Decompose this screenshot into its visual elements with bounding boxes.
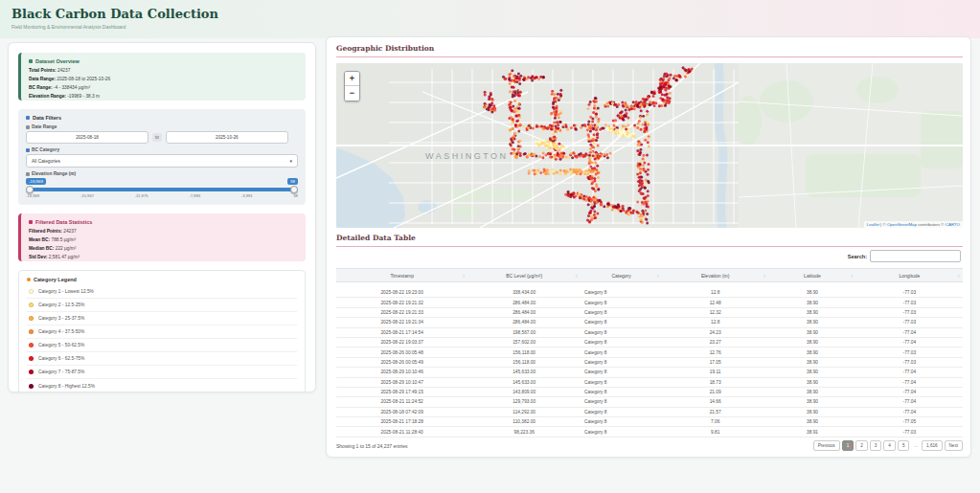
- data-point: [576, 172, 579, 175]
- data-point: [512, 141, 514, 144]
- data-point: [659, 78, 662, 81]
- column-header-1[interactable]: BC Level (µg/m³)↕: [467, 269, 581, 282]
- search-input[interactable]: [870, 250, 961, 262]
- sort-icon: ↕: [851, 273, 854, 279]
- zoom-in-button[interactable]: +: [345, 72, 359, 86]
- column-header-label: Timestamp: [390, 273, 414, 279]
- table-cell: 38.90: [768, 387, 856, 396]
- data-point: [585, 195, 588, 198]
- zoom-out-button[interactable]: −: [345, 86, 359, 101]
- pagination-page-4[interactable]: 4: [883, 440, 896, 451]
- column-header-5[interactable]: Longitude↕: [856, 269, 963, 282]
- data-point: [593, 213, 596, 216]
- stat-value: 24237: [62, 229, 77, 234]
- pagination-next[interactable]: Next: [945, 440, 963, 451]
- pagination-previous[interactable]: Previous: [813, 440, 840, 451]
- data-point: [518, 77, 521, 79]
- table-cell: 12.48: [662, 298, 768, 307]
- pagination-page-1,616[interactable]: 1,616: [922, 440, 943, 451]
- stat-value: 24237: [57, 68, 71, 73]
- legend-color-dot: [29, 384, 34, 389]
- data-point: [687, 71, 690, 74]
- legend-item-label: Category 8 - Highest 12.5%: [38, 384, 95, 389]
- table-cell: 38.90: [768, 368, 856, 377]
- slider-handle-max[interactable]: [290, 186, 298, 193]
- stats-fields: Filtered Points: 24237Mean BC: 788.5 µg/…: [29, 228, 298, 261]
- data-point: [527, 126, 530, 129]
- data-point: [552, 101, 555, 103]
- pagination-page-2[interactable]: 2: [855, 440, 868, 451]
- table-cell: 2025-08-29 10:10:47: [336, 377, 467, 387]
- data-point: [606, 129, 609, 132]
- carto-link[interactable]: CARTO: [946, 222, 960, 227]
- data-point: [630, 212, 633, 214]
- data-point: [646, 126, 649, 129]
- slider-handle-min[interactable]: [26, 186, 34, 193]
- table-cell: -77.03: [856, 288, 963, 298]
- attribution-sep: | ©: [879, 222, 887, 227]
- category-select[interactable]: All Categories ▾: [26, 154, 298, 168]
- table-cell: 2025-08-29 17:49:15: [336, 387, 467, 396]
- table-cell: 18.73: [662, 377, 768, 387]
- table-cell: 98,223.36: [467, 427, 581, 437]
- data-point: [560, 145, 563, 147]
- osm-link[interactable]: OpenStreetMap: [887, 222, 917, 227]
- data-point: [593, 211, 596, 213]
- data-point: [541, 156, 544, 159]
- pagination: Previous12345…1,616Next: [813, 440, 963, 451]
- data-point: [648, 146, 650, 148]
- sidebar: Dataset Overview Total Points: 24237Data…: [8, 42, 316, 392]
- table-cell: 286,484.00: [467, 318, 581, 327]
- data-point: [562, 152, 565, 155]
- pagination-page-3[interactable]: 3: [870, 440, 882, 451]
- table-cell: 14.66: [662, 397, 768, 407]
- stat-label: Std Dev:: [29, 255, 47, 259]
- data-point: [634, 125, 637, 128]
- slider-track[interactable]: [28, 188, 296, 191]
- data-point: [665, 73, 668, 76]
- column-header-4[interactable]: Latitude↕: [768, 269, 856, 282]
- data-point: [557, 123, 559, 126]
- data-point: [666, 96, 669, 99]
- data-point: [615, 206, 618, 209]
- data-point: [640, 213, 643, 216]
- stat-line: BC Range: -4 - 338434 µg/m³: [29, 84, 298, 93]
- data-point: [552, 106, 555, 109]
- data-point: [588, 220, 591, 223]
- data-point: [559, 93, 562, 96]
- pagination-page-1[interactable]: 1: [842, 440, 855, 451]
- data-point: [484, 102, 487, 105]
- data-point: [664, 88, 667, 91]
- leaflet-link[interactable]: Leaflet: [867, 222, 879, 227]
- slider-tick-label: 38: [293, 193, 298, 198]
- table-cell: -77.03: [856, 307, 963, 317]
- legend-item: Category 6 - 62.5-75%: [27, 352, 297, 366]
- main-content: Geographic Distribution + −: [326, 36, 971, 458]
- date-separator: to: [152, 133, 162, 142]
- data-point: [555, 113, 558, 116]
- legend-item-label: Category 2 - 12.5-25%: [38, 303, 84, 307]
- data-point: [659, 91, 662, 94]
- data-point: [627, 213, 630, 216]
- data-point: [637, 166, 640, 168]
- table-cell: -77.04: [856, 377, 963, 387]
- pagination-page-5[interactable]: 5: [898, 440, 910, 451]
- data-point: [587, 138, 590, 141]
- search-label: Search:: [848, 254, 867, 259]
- data-point: [596, 165, 599, 168]
- column-header-0[interactable]: Timestamp↕: [336, 269, 467, 282]
- start-date-input[interactable]: [26, 131, 148, 144]
- dataset-overview-title: Dataset Overview: [29, 58, 298, 64]
- date-range-label-row: Date Range: [26, 124, 298, 129]
- data-point: [512, 104, 514, 107]
- sort-icon: ↕: [763, 273, 766, 279]
- data-point: [594, 216, 597, 219]
- data-point: [636, 172, 639, 175]
- column-header-2[interactable]: Category↕: [581, 269, 662, 282]
- data-point: [644, 123, 647, 126]
- data-point: [561, 148, 564, 151]
- table-cell: 157,602.00: [467, 337, 581, 347]
- end-date-input[interactable]: [166, 131, 288, 144]
- map[interactable]: + −: [336, 63, 963, 228]
- column-header-3[interactable]: Elevation (m)↕: [662, 269, 768, 282]
